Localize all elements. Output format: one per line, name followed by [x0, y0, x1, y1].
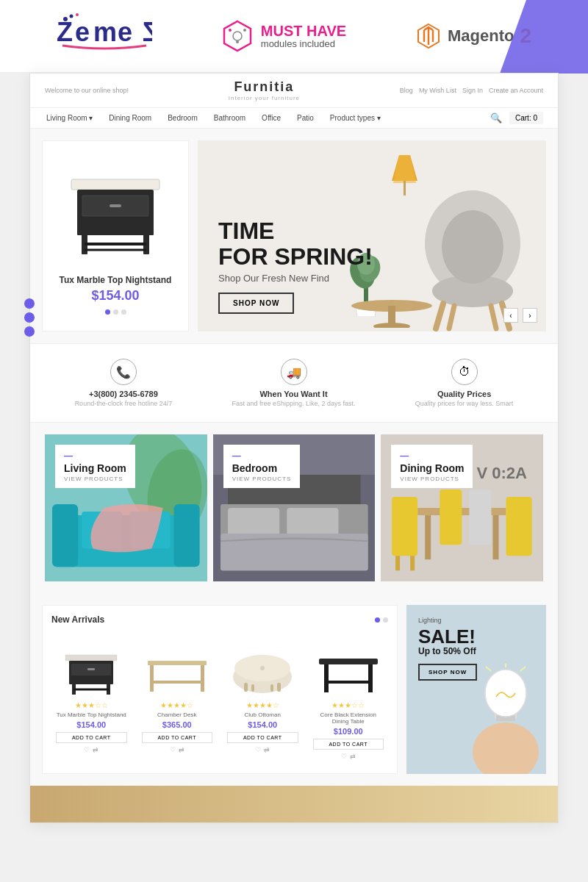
feature-quality: ⏱ Quality Prices Quality prices for way … [415, 359, 514, 407]
product-1-add-to-cart[interactable]: ADD TO CART [56, 732, 127, 743]
compare-icon-2[interactable]: ⇄ [179, 746, 184, 753]
arrivals-dot-2[interactable] [383, 617, 388, 623]
category-bedroom[interactable]: — Bedroom VIEW PRODUCTS [213, 434, 376, 581]
hero-cta-button[interactable]: SHOP NOW [218, 293, 294, 314]
nav-office[interactable]: Office [260, 108, 282, 128]
svg-marker-8 [224, 21, 251, 51]
nav-product-types[interactable]: Product types ▾ [329, 108, 382, 128]
carousel-dot-2[interactable] [113, 309, 118, 315]
svg-rect-58 [493, 515, 499, 559]
svg-rect-74 [150, 665, 154, 692]
bedroom-name: Bedroom [232, 462, 292, 474]
carousel-dot-3[interactable] [121, 309, 126, 315]
product-3-add-to-cart[interactable]: ADD TO CART [227, 732, 298, 743]
header-links: Blog My Wish List Sign In Create an Acco… [400, 87, 543, 94]
nav-bathroom[interactable]: Bathroom [212, 108, 247, 128]
product-3-name: Club Ottoman [227, 711, 298, 718]
blog-link[interactable]: Blog [400, 87, 413, 94]
svg-point-9 [233, 32, 242, 40]
product-carousel-dots [105, 309, 126, 315]
feature-shipping: 🚚 When You Want It Fast and free eShippi… [232, 359, 355, 407]
hero-prev-button[interactable]: ‹ [503, 308, 518, 323]
product-1-stars: ★★★☆☆ [56, 701, 127, 709]
phone-icon: 📞 [110, 359, 137, 385]
product-4-add-to-cart[interactable]: ADD TO CART [313, 739, 384, 750]
nightstand-illustration [57, 150, 174, 268]
product-2-add-to-cart[interactable]: ADD TO CART [142, 732, 213, 743]
svg-point-5 [63, 17, 68, 21]
svg-point-88 [473, 723, 539, 774]
svg-point-79 [260, 666, 265, 670]
compare-icon-3[interactable]: ⇄ [264, 746, 270, 753]
product-mini-1: ★★★☆☆ Tux Marble Top Nightstand $154.00 … [51, 634, 132, 764]
products-row: ★★★☆☆ Tux Marble Top Nightstand $154.00 … [51, 634, 388, 764]
feature-phone-title: +3(800) 2345-6789 [75, 390, 173, 398]
signin-link[interactable]: Sign In [462, 87, 483, 94]
svg-text:e: e [118, 17, 132, 47]
arrivals-dot-1[interactable] [375, 617, 380, 623]
cart-button[interactable]: Cart: 0 [509, 112, 543, 124]
hero-title: TIMEFOR SPRING! [218, 218, 373, 270]
features-row: 📞 +3(800) 2345-6789 Round-the-clock free… [30, 343, 558, 423]
compare-icon-4[interactable]: ⇄ [350, 753, 356, 760]
svg-rect-83 [270, 684, 273, 692]
living-room-name: Living Room [64, 462, 126, 474]
product-2-wishlist: ♡ ⇄ [142, 746, 213, 753]
product-3-wishlist: ♡ ⇄ [227, 746, 298, 753]
svg-rect-82 [251, 684, 254, 692]
store-header: Welcome to our online shop! Furnitia Int… [30, 74, 558, 108]
carousel-dot-1[interactable] [105, 309, 110, 315]
svg-rect-87 [324, 681, 373, 684]
new-arrivals-section: New Arrivals [30, 593, 558, 786]
wishlist-icon-1[interactable]: ♡ [84, 746, 90, 753]
feature-shipping-sub: Fast and free eShipping. Like, 2 days fa… [232, 400, 355, 407]
hexagon-icon [221, 20, 254, 52]
must-have-subtitle: modules included [261, 38, 346, 49]
wishlist-icon-4[interactable]: ♡ [341, 753, 347, 760]
magento-icon [415, 23, 442, 49]
welcome-text: Welcome to our online shop! [45, 87, 129, 94]
svg-rect-52 [287, 508, 338, 537]
left-accent-dots [24, 298, 35, 337]
hero-next-button[interactable]: › [523, 308, 537, 323]
nav-dining-room[interactable]: Dining Room [107, 108, 153, 128]
nav-bedroom[interactable]: Bedroom [166, 108, 199, 128]
create-account-link[interactable]: Create an Account [489, 87, 543, 94]
store-logo: Furnitia Interior your furniture [229, 79, 300, 101]
svg-text:V 0:2A: V 0:2A [477, 464, 528, 482]
product-2-price: $365.00 [142, 720, 213, 729]
compare-icon-1[interactable]: ⇄ [93, 746, 98, 753]
svg-rect-44 [52, 504, 78, 567]
product-4-table [315, 640, 381, 695]
nav-right: 🔍 Cart: 0 [490, 112, 543, 124]
search-icon[interactable]: 🔍 [490, 112, 502, 123]
wishlist-icon-3[interactable]: ♡ [255, 746, 261, 753]
top-banner: Z e m e Z MUST HAVE modules i [0, 0, 588, 73]
product-1-wishlist: ♡ ⇄ [56, 746, 127, 753]
wishlist-icon-2[interactable]: ♡ [170, 746, 176, 753]
wishlist-link[interactable]: My Wish List [419, 87, 456, 94]
svg-rect-13 [71, 179, 159, 190]
category-living-room-label: — Living Room VIEW PRODUCTS [55, 445, 135, 488]
category-dining-room[interactable]: V 0:2A — Dining Room VIEW PRODUCTS [381, 434, 543, 581]
product-4-price: $109.00 [313, 727, 384, 736]
product-2-stars: ★★★★☆ [142, 701, 213, 709]
category-living-room[interactable]: — Living Room VIEW PRODUCTS [45, 434, 207, 581]
nav-living-room[interactable]: Living Room ▾ [45, 108, 94, 128]
dining-room-name: Dining Room [400, 462, 464, 474]
svg-rect-45 [174, 504, 200, 567]
featured-product-image [57, 150, 174, 268]
svg-point-6 [69, 15, 73, 18]
feature-shipping-title: When You Want It [232, 390, 355, 398]
zemes-logo: Z e m e Z [57, 13, 152, 59]
svg-rect-57 [426, 515, 431, 559]
product-mini-4: ★★★☆☆ Core Black Extension Dining Table … [309, 634, 389, 764]
magento-label: Magento [448, 26, 514, 46]
main-nav: Living Room ▾ Dining Room Bedroom Bathro… [30, 108, 558, 129]
feature-phone-sub: Round-the-clock free hotline 24/7 [75, 400, 173, 407]
svg-rect-60 [440, 490, 462, 545]
store-wrapper: Welcome to our online shop! Furnitia Int… [29, 73, 559, 823]
nav-patio[interactable]: Patio [295, 108, 315, 128]
bedroom-view: VIEW PRODUCTS [232, 476, 292, 482]
svg-text:Z: Z [143, 17, 152, 47]
